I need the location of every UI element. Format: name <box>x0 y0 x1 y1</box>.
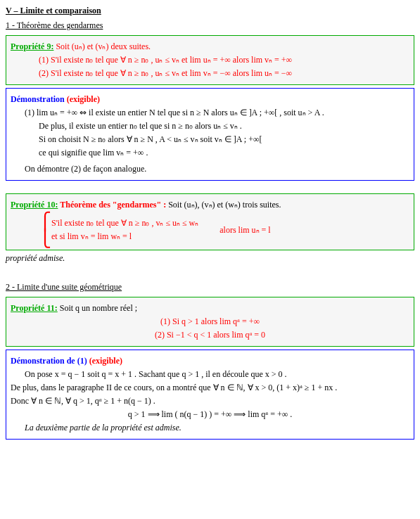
section-2-title: 2 - Limite d'une suite géométrique <box>6 282 414 293</box>
prop10-title: Théorème des "gendarmes" : <box>58 200 168 210</box>
demo1-label: Démonstration <box>11 94 67 104</box>
prop9-intro: Soit (uₙ) et (vₙ) deux suites. <box>53 41 151 51</box>
demo2-label: Démonstration de (1) <box>11 356 89 366</box>
prop11-l2: (2) Si −1 < q < 1 alors lim qⁿ = 0 <box>11 330 409 340</box>
demo1-exig: (exigible) <box>67 94 100 104</box>
prop9-label: Propriété 9: <box>11 41 53 51</box>
prop10-label: Propriété 10: <box>11 200 58 210</box>
demo2-l4: q > 1 ⟹ lim ( n(q − 1) ) = +∞ ⟹ lim qⁿ =… <box>11 409 409 420</box>
demo1-l1: (1) lim uₙ = +∞ ⇔ il existe un entier N … <box>25 108 409 118</box>
prop10-concl: alors lim uₙ = l <box>219 225 270 236</box>
brace-icon: ⎧⎩ <box>39 213 51 247</box>
demo2-header: Démonstration de (1) (exigible) <box>11 356 409 366</box>
prop9-line1: (1) S'il existe n₀ tel que ∀ n ≥ n₀ , uₙ… <box>39 55 409 65</box>
prop11-label: Propriété 11: <box>11 303 58 313</box>
prop10-note: propriété admise. <box>6 253 414 264</box>
prop11-header: Propriété 11: Soit q un nombre réel ; <box>11 303 409 314</box>
prop10-header: Propriété 10: Théorème des "gendarmes" :… <box>11 200 409 210</box>
prop10-intro: Soit (uₙ), (vₙ) et (wₙ) trois suites. <box>168 200 281 210</box>
demo1-l5: On démontre (2) de façon analogue. <box>25 164 409 174</box>
demo2-l2: De plus, dans le paragraphe II de ce cou… <box>11 383 409 393</box>
propriete-11-box: Propriété 11: Soit q un nombre réel ; (1… <box>6 297 414 347</box>
prop11-l1: (1) Si q > 1 alors lim qⁿ = +∞ <box>11 316 409 327</box>
prop10-b2: et si lim vₙ = lim wₙ = l <box>51 231 198 242</box>
section-1-title: 1 - Théorème des gendarmes <box>6 20 414 31</box>
prop10-b1: S'il existe n₀ tel que ∀ n ≥ n₀ , vₙ ≤ u… <box>51 218 198 229</box>
prop9-line2: (2) S'il existe n₀ tel que ∀ n ≥ n₀ , uₙ… <box>39 68 409 79</box>
demo1-l4: ce qui signifie que lim vₙ = +∞ . <box>39 148 409 158</box>
propriete-9-box: Propriété 9: Soit (uₙ) et (vₙ) deux suit… <box>6 35 414 85</box>
propriete-10-box: Propriété 10: Théorème des "gendarmes" :… <box>6 193 414 250</box>
prop9-header: Propriété 9: Soit (uₙ) et (vₙ) deux suit… <box>11 41 409 52</box>
demo2-l1: On pose x = q − 1 soit q = x + 1 . Sacha… <box>25 369 409 380</box>
demo2-exig: (exigible) <box>89 356 122 366</box>
demo1-l2: De plus, il existe un entier n₀ tel que … <box>39 121 409 132</box>
demo-1-box: Démonstration (exigible) (1) lim uₙ = +∞… <box>6 88 414 181</box>
prop10-body: ⎧⎩ S'il existe n₀ tel que ∀ n ≥ n₀ , vₙ … <box>11 213 409 247</box>
demo2-l5: La deuxième partie de la propriété est a… <box>11 423 409 433</box>
prop11-intro: Soit q un nombre réel ; <box>58 303 137 313</box>
demo1-l3: Si on choisit N ≥ n₀ alors ∀ n ≥ N , A <… <box>39 134 409 145</box>
page-title: V – Limite et comparaison <box>6 6 414 16</box>
demo-2-box: Démonstration de (1) (exigible) On pose … <box>6 350 414 440</box>
demo1-header: Démonstration (exigible) <box>11 94 409 105</box>
demo2-l3: Donc ∀ n ∈ ℕ, ∀ q > 1, qⁿ ≥ 1 + n(q − 1)… <box>11 396 409 406</box>
